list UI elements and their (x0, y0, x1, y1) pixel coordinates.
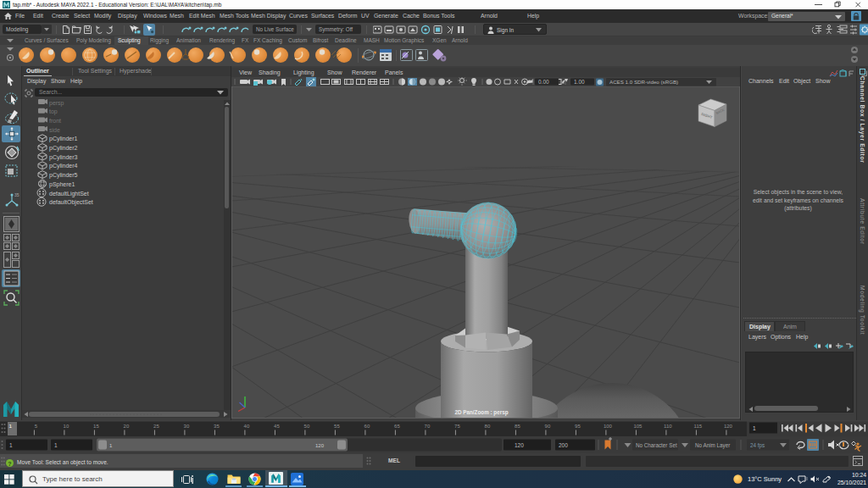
svg-text:1.00: 1.00 (574, 79, 585, 85)
svg-text:85: 85 (515, 424, 520, 429)
svg-text:?: ? (8, 460, 11, 466)
svg-text:35: 35 (214, 424, 220, 429)
svg-text:2D Pan/Zoom : persp: 2D Pan/Zoom : persp (455, 409, 509, 416)
svg-text:70: 70 (425, 424, 431, 429)
svg-text:1: 1 (9, 423, 13, 429)
svg-text:No Character Set: No Character Set (636, 442, 677, 448)
svg-text:115: 115 (694, 424, 703, 429)
svg-text:10: 10 (64, 424, 70, 429)
svg-text:25: 25 (153, 424, 159, 429)
svg-text:65: 65 (394, 424, 400, 429)
svg-text:0.00: 0.00 (538, 79, 549, 85)
svg-text:15: 15 (93, 424, 99, 429)
svg-text:40: 40 (244, 424, 250, 429)
svg-text:55: 55 (334, 424, 340, 429)
svg-text:120: 120 (315, 443, 325, 448)
svg-text:60: 60 (364, 424, 370, 429)
svg-text:24 fps: 24 fps (750, 442, 765, 449)
svg-text:ACES 1.0 SDR-video (sRGB): ACES 1.0 SDR-video (sRGB) (609, 79, 678, 85)
svg-text:120: 120 (515, 442, 524, 448)
svg-text:80: 80 (485, 424, 491, 429)
svg-text:45: 45 (274, 424, 280, 429)
svg-text:20: 20 (124, 424, 130, 429)
svg-text:105: 105 (633, 424, 643, 429)
svg-text:75: 75 (454, 424, 460, 429)
svg-text:120: 120 (724, 424, 733, 429)
svg-text:35: 35 (14, 192, 19, 197)
svg-text:95: 95 (575, 424, 581, 429)
svg-text:No Anim Layer: No Anim Layer (695, 442, 730, 449)
svg-text:100: 100 (604, 424, 613, 429)
svg-text:90: 90 (545, 424, 551, 429)
svg-text:50: 50 (304, 424, 310, 429)
svg-text:1: 1 (9, 442, 13, 448)
svg-text:200: 200 (559, 442, 568, 448)
svg-text:30: 30 (184, 424, 190, 429)
svg-text:1: 1 (54, 442, 58, 448)
svg-text:1: 1 (753, 425, 756, 431)
svg-text:110: 110 (664, 424, 672, 429)
